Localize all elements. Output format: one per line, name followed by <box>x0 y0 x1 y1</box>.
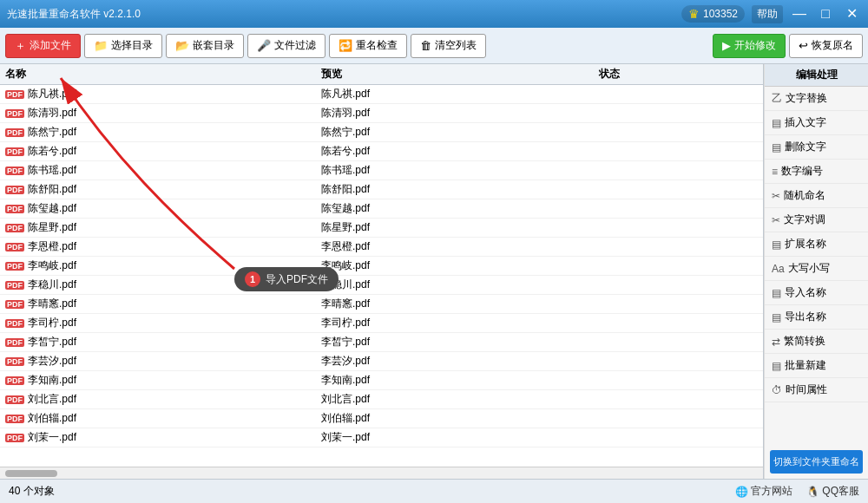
table-row[interactable]: PDF 陈星野.pdf 陈星野.pdf <box>0 219 763 238</box>
table-row[interactable]: PDF 李稳川.pdf 李稳川.pdf <box>0 276 763 295</box>
rename-check-button[interactable]: 🔁 重名检查 <box>329 34 407 58</box>
pdf-badge: PDF <box>5 243 24 252</box>
col-preview-header: 预览 <box>321 67 599 82</box>
qq-label: QQ客服 <box>822 484 859 499</box>
sidebar-item[interactable]: ▤插入文字 <box>765 111 868 135</box>
sidebar-item[interactable]: ✂文字对调 <box>765 208 868 232</box>
file-name: 陈然宁.pdf <box>28 125 76 140</box>
file-name-cell: PDF 刘茉一.pdf <box>0 430 321 445</box>
file-filter-button[interactable]: 🎤 文件过滤 <box>247 34 326 58</box>
file-name: 陈星野.pdf <box>28 220 76 235</box>
sidebar-item-label: 导出名称 <box>785 310 826 324</box>
add-icon: ＋ <box>15 38 26 54</box>
file-name: 李知南.pdf <box>28 373 76 388</box>
table-row[interactable]: PDF 李知南.pdf 李知南.pdf <box>0 371 763 390</box>
file-preview-cell: 陈然宁.pdf <box>321 125 599 140</box>
table-row[interactable]: PDF 李鸣岐.pdf 李鸣岐.pdf <box>0 257 763 276</box>
sidebar-item-label: 繁简转换 <box>784 334 825 349</box>
table-row[interactable]: PDF 陈玺越.pdf 陈玺越.pdf <box>0 199 763 219</box>
qq-link[interactable]: 🐧 QQ客服 <box>806 484 859 499</box>
sidebar-item[interactable]: ▤扩展名称 <box>765 232 868 257</box>
sidebar-item-label: 随机命名 <box>784 188 825 203</box>
file-preview-cell: 李恩橙.pdf <box>321 239 599 254</box>
pdf-badge: PDF <box>5 357 24 366</box>
website-link[interactable]: 🌐 官方网站 <box>735 484 792 499</box>
sidebar-item-label: 批量新建 <box>785 358 826 373</box>
maximize-button[interactable]: □ <box>816 4 835 23</box>
file-name-cell: PDF 陈玺越.pdf <box>0 201 321 216</box>
table-row[interactable]: PDF 陈舒阳.pdf 陈舒阳.pdf <box>0 180 763 199</box>
sidebar-item[interactable]: ≡数字编号 <box>765 160 868 184</box>
table-row[interactable]: PDF 刘茉一.pdf 刘茉一.pdf <box>0 428 763 447</box>
nested-dir-button[interactable]: 📂 嵌套目录 <box>166 34 244 58</box>
table-row[interactable]: PDF 陈然宁.pdf 陈然宁.pdf <box>0 123 763 142</box>
file-name: 李稳川.pdf <box>28 278 76 292</box>
restore-name-button[interactable]: ↩ 恢复原名 <box>789 34 863 58</box>
add-file-label: 添加文件 <box>30 38 71 53</box>
sidebar-item-label: 插入文字 <box>785 115 826 130</box>
pdf-badge: PDF <box>5 128 24 137</box>
sidebar-item[interactable]: 乙文字替换 <box>765 87 868 111</box>
file-preview-cell: 李稳川.pdf <box>321 278 599 292</box>
table-row[interactable]: PDF 李皙宁.pdf 李皙宁.pdf <box>0 333 763 352</box>
table-row[interactable]: PDF 李恩橙.pdf 李恩橙.pdf <box>0 238 763 257</box>
sidebar-item-icon: ✂ <box>772 190 780 202</box>
sidebar-item[interactable]: Aa大写小写 <box>765 257 868 281</box>
sidebar-item-icon: ▤ <box>772 238 781 251</box>
file-preview-cell: 陈若兮.pdf <box>321 144 599 159</box>
sidebar-switch-button[interactable]: 切换到文件夹重命名 <box>770 450 863 474</box>
table-row[interactable]: PDF 刘伯辎.pdf 刘伯辎.pdf <box>0 409 763 428</box>
sidebar-item[interactable]: ▤导出名称 <box>765 305 868 330</box>
filelist-scroll[interactable]: PDF 陈凡祺.pdf 陈凡祺.pdf PDF 陈清羽.pdf 陈清羽.pdf … <box>0 85 763 467</box>
close-button[interactable]: ✕ <box>842 4 861 23</box>
hscrollbar[interactable] <box>0 467 763 479</box>
file-name-cell: PDF 陈书瑶.pdf <box>0 163 321 178</box>
pdf-badge: PDF <box>5 338 24 347</box>
table-row[interactable]: PDF 李晴窸.pdf 李晴窸.pdf <box>0 295 763 314</box>
table-row[interactable]: PDF 陈清羽.pdf 陈清羽.pdf <box>0 104 763 123</box>
pdf-badge: PDF <box>5 415 24 423</box>
table-row[interactable]: PDF 李芸汐.pdf 李芸汐.pdf <box>0 352 763 371</box>
sidebar-item-label: 导入名称 <box>785 285 826 300</box>
pdf-badge: PDF <box>5 262 24 271</box>
table-row[interactable]: PDF 陈凡祺.pdf 陈凡祺.pdf <box>0 85 763 104</box>
clear-list-button[interactable]: 🗑 清空列表 <box>411 34 486 58</box>
file-name: 陈凡祺.pdf <box>28 87 76 101</box>
file-preview-cell: 李芸汐.pdf <box>321 354 599 369</box>
file-name-cell: PDF 刘伯辎.pdf <box>0 411 321 426</box>
website-label: 官方网站 <box>751 484 792 499</box>
table-row[interactable]: PDF 陈若兮.pdf 陈若兮.pdf <box>0 142 763 161</box>
sidebar-item[interactable]: ▤批量新建 <box>765 354 868 378</box>
table-row[interactable]: PDF 刘北言.pdf 刘北言.pdf <box>0 390 763 409</box>
table-row[interactable]: PDF 李司柠.pdf 李司柠.pdf <box>0 314 763 333</box>
globe-icon: 🌐 <box>735 486 748 498</box>
sidebar-item[interactable]: ⏱时间属性 <box>765 378 868 402</box>
file-name-cell: PDF 陈星野.pdf <box>0 220 321 235</box>
sidebar-item-label: 大写小写 <box>788 261 830 276</box>
restore-name-label: 恢复原名 <box>812 38 853 53</box>
filelist-body: PDF 陈凡祺.pdf 陈凡祺.pdf PDF 陈清羽.pdf 陈清羽.pdf … <box>0 85 763 467</box>
sidebar-item-icon: ≡ <box>772 166 778 178</box>
filelist-container: 名称 预览 状态 PDF 陈凡祺.pdf 陈凡祺.pdf PDF 陈清羽.pdf… <box>0 64 764 479</box>
col-status-header: 状态 <box>599 67 763 82</box>
table-row[interactable]: PDF 陈书瑶.pdf 陈书瑶.pdf <box>0 161 763 180</box>
sidebar-item[interactable]: ▤导入名称 <box>765 281 868 305</box>
sidebar-item[interactable]: ▤删除文字 <box>765 135 868 160</box>
sidebar-item[interactable]: ⇄繁简转换 <box>765 330 868 354</box>
file-name: 李芸汐.pdf <box>28 354 76 369</box>
file-preview-cell: 陈凡祺.pdf <box>321 87 599 101</box>
file-name: 刘伯辎.pdf <box>28 411 76 426</box>
select-dir-button[interactable]: 📁 选择目录 <box>84 34 162 58</box>
file-name-cell: PDF 李司柠.pdf <box>0 316 321 330</box>
file-name-cell: PDF 陈舒阳.pdf <box>0 182 321 197</box>
minimize-button[interactable]: — <box>790 4 809 23</box>
add-file-button[interactable]: ＋ 添加文件 <box>5 34 81 58</box>
sidebar-item[interactable]: ✂随机命名 <box>765 184 868 208</box>
help-button[interactable]: 帮助 <box>752 5 783 23</box>
start-modify-button[interactable]: ▶ 开始修改 <box>713 34 786 58</box>
file-preview-cell: 李司柠.pdf <box>321 316 599 330</box>
file-preview-cell: 李皙宁.pdf <box>321 335 599 349</box>
pdf-badge: PDF <box>5 167 24 175</box>
titlebar-right: ♛ 103352 帮助 — □ ✕ <box>681 4 861 23</box>
toolbar: ＋ 添加文件 📁 选择目录 📂 嵌套目录 🎤 文件过滤 🔁 重名检查 🗑 清空列… <box>0 28 868 64</box>
